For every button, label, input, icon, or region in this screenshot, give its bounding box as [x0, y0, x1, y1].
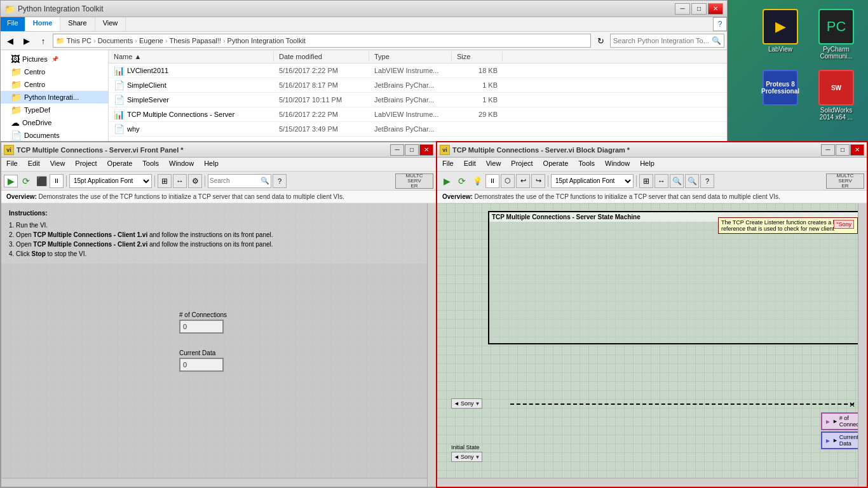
sidebar-item-pictures[interactable]: 🖼 Pictures 📌 [1, 53, 108, 65]
fp-tool-help[interactable]: ? [273, 174, 287, 188]
bd-tool-pause[interactable]: ⏸ [485, 174, 499, 188]
nav-forward-button[interactable]: ▶ [20, 34, 34, 47]
bd-menu-help[interactable]: Help [635, 158, 660, 171]
fp-menu-file[interactable]: File [1, 158, 23, 171]
bd-menu-edit[interactable]: Edit [459, 158, 481, 171]
col-header-type[interactable]: Type [369, 51, 452, 62]
ribbon-tab-file[interactable]: File [1, 17, 25, 31]
fp-menu-view[interactable]: View [45, 158, 71, 171]
bd-tool-6[interactable]: ↩ [516, 174, 530, 188]
fp-toolbar-sep2 [154, 175, 155, 187]
fp-instruction-3: 3. Open TCP Multiple Connections - Clien… [9, 240, 428, 249]
table-row[interactable]: 📄 why 5/15/2017 3:49 PM JetBrains PyChar… [109, 122, 727, 137]
lv-bd-icon: vi [440, 145, 450, 155]
bd-menu-project[interactable]: Project [506, 158, 538, 171]
desktop-icon-proteus[interactable]: Proteus 8 Professional [755, 67, 806, 123]
front-panel-title: TCP Multiple Connections - Server.vi Fro… [17, 146, 388, 154]
bd-tool-11[interactable]: 🔍 [685, 174, 699, 188]
connections-input[interactable]: 0 [179, 320, 224, 334]
sidebar-item-python[interactable]: 📁 Python Integrati... [1, 91, 108, 104]
bd-enum-sony1[interactable]: ◄ Sony ▼ [451, 398, 482, 409]
bd-minimize[interactable]: ─ [821, 144, 835, 156]
bd-tool-7[interactable]: ↪ [531, 174, 545, 188]
address-bar[interactable]: 📁 This PC › Documents › Eugene › Thesis … [53, 34, 591, 48]
fp-tool-pause[interactable]: ⏸ [50, 174, 64, 188]
explorer-search-box[interactable]: 🔍 [610, 34, 724, 48]
fp-tool-1[interactable]: ⊞ [158, 174, 172, 188]
front-panel-minimize[interactable]: ─ [390, 144, 404, 156]
ribbon-tab-share[interactable]: Share [60, 17, 95, 31]
fp-menu-help[interactable]: Help [199, 158, 224, 171]
ribbon-tab-home[interactable]: Home [25, 17, 61, 31]
bd-canvas[interactable]: TCP Multiple Connections - Server State … [437, 203, 867, 487]
table-row[interactable]: 📄 SimpleClient 5/16/2017 8:17 PM JetBrai… [109, 78, 727, 93]
fp-scrollbar-horizontal[interactable] [1, 478, 427, 487]
explorer-search-input[interactable] [613, 37, 712, 44]
bd-tool-8[interactable]: ⊞ [639, 174, 653, 188]
sidebar-item-typedef[interactable]: 📁 TypeDef [1, 104, 108, 116]
refresh-button[interactable]: ↻ [593, 34, 607, 47]
sidebar-item-centro1[interactable]: 📁 Centro [1, 65, 108, 78]
sidebar-item-centro2[interactable]: 📁 Centro [1, 78, 108, 91]
fp-search-box[interactable]: 🔍 [208, 174, 271, 188]
ribbon-help-button[interactable]: ? [713, 17, 727, 31]
nav-up-button[interactable]: ↑ [36, 34, 50, 47]
fp-font-selector[interactable]: 15pt Application Font [69, 174, 152, 188]
fp-menu-edit[interactable]: Edit [23, 158, 45, 171]
explorer-search-icon[interactable]: 🔍 [712, 36, 721, 45]
col-header-size[interactable]: Size [452, 51, 503, 62]
bd-enum-sony2[interactable]: ◄ Sony ▼ [451, 452, 482, 462]
col-header-date[interactable]: Date modified [274, 51, 369, 62]
bd-menu-view[interactable]: View [481, 158, 506, 171]
sidebar-centro2-label: Centro [24, 81, 45, 88]
col-header-name[interactable]: Name ▲ [109, 51, 274, 62]
bd-close[interactable]: ✕ [850, 144, 864, 156]
explorer-minimize-button[interactable]: ─ [675, 3, 690, 15]
desktop-icon-labview[interactable]: ▶ LabView [755, 6, 806, 62]
sidebar-item-onedrive[interactable]: ☁ OneDrive [1, 116, 108, 129]
documents-icon: 📄 [11, 130, 22, 140]
front-panel-canvas[interactable]: Instructions: 1. Run the VI. 2. Open TCP… [1, 203, 436, 487]
fp-scrollbar-vertical[interactable] [427, 203, 436, 487]
bd-maximize[interactable]: □ [836, 144, 850, 156]
fp-search-input[interactable] [210, 177, 261, 184]
bd-menu-operate[interactable]: Operate [538, 158, 574, 171]
fp-search-icon[interactable]: 🔍 [261, 177, 269, 185]
fp-menu-tools[interactable]: Tools [137, 158, 164, 171]
bd-tool-run[interactable]: ▶ [440, 174, 454, 188]
bd-tool-help[interactable]: ? [700, 174, 714, 188]
bd-tool-light[interactable]: 💡 [470, 174, 484, 188]
bd-tool-5[interactable]: ⬡ [501, 174, 515, 188]
fp-tool-3[interactable]: ⚙ [188, 174, 202, 188]
fp-menu-project[interactable]: Project [70, 158, 102, 171]
fp-tool-run[interactable]: ▶ [4, 175, 18, 187]
fp-tool-abort[interactable]: ⬛ [34, 174, 48, 188]
front-panel-close[interactable]: ✕ [419, 144, 433, 156]
bd-menu-window[interactable]: Window [600, 158, 635, 171]
nav-back-button[interactable]: ◀ [3, 34, 17, 47]
bd-tool-run-cont[interactable]: ⟳ [455, 174, 469, 188]
bd-scrollbar-h[interactable] [437, 478, 858, 487]
bd-overview-label: Overview: [442, 193, 473, 200]
desktop-icon-solidworks[interactable]: SW SolidWorks 2014 x64 ... [811, 67, 862, 123]
explorer-close-button[interactable]: ✕ [708, 3, 723, 15]
bd-scrollbar-v[interactable] [858, 203, 867, 487]
fp-menu-operate[interactable]: Operate [102, 158, 138, 171]
fp-tool-2[interactable]: ↔ [173, 174, 187, 188]
table-row[interactable]: 📊 TCP Multiple Connections - Server 5/16… [109, 107, 727, 122]
desktop-icon-pycharm[interactable]: PC PyCharm Communi... [811, 6, 862, 62]
bd-tool-9[interactable]: ↔ [654, 174, 668, 188]
bd-font-selector[interactable]: 15pt Application Font [551, 174, 634, 188]
fp-menu-window[interactable]: Window [164, 158, 199, 171]
ribbon-tab-view[interactable]: View [95, 17, 126, 31]
bd-menu-tools[interactable]: Tools [573, 158, 600, 171]
table-row[interactable]: 📄 SimpleServer 5/10/2017 10:11 PM JetBra… [109, 93, 727, 107]
current-data-input[interactable]: 0 [179, 358, 224, 372]
bd-tool-10[interactable]: 🔍 [670, 174, 684, 188]
front-panel-maximize[interactable]: □ [405, 144, 419, 156]
fp-tool-run-cont[interactable]: ⟳ [19, 174, 33, 188]
table-row[interactable]: 📊 LVClient2011 5/16/2017 2:22 PM LabVIEW… [109, 64, 727, 78]
sidebar-item-documents[interactable]: 📄 Documents [1, 129, 108, 142]
bd-menu-file[interactable]: File [437, 158, 459, 171]
explorer-maximize-button[interactable]: □ [691, 3, 707, 15]
